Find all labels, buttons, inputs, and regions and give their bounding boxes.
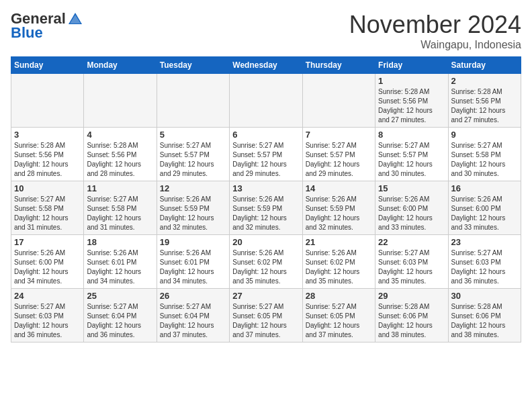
calendar-day-cell: 5Sunrise: 5:27 AM Sunset: 5:57 PM Daylig… — [157, 128, 229, 181]
day-number: 30 — [451, 291, 518, 301]
day-number: 17 — [14, 237, 81, 247]
calendar-week-row: 17Sunrise: 5:26 AM Sunset: 6:00 PM Dayli… — [11, 235, 521, 289]
day-info: Sunrise: 5:28 AM Sunset: 6:06 PM Dayligh… — [378, 302, 445, 340]
calendar-day-cell: 14Sunrise: 5:26 AM Sunset: 5:59 PM Dayli… — [302, 181, 375, 235]
day-info: Sunrise: 5:26 AM Sunset: 5:59 PM Dayligh… — [232, 195, 299, 232]
calendar-day-cell: 29Sunrise: 5:28 AM Sunset: 6:06 PM Dayli… — [375, 289, 448, 342]
day-number: 20 — [232, 237, 299, 247]
day-number: 10 — [14, 183, 81, 193]
calendar-day-cell: 3Sunrise: 5:28 AM Sunset: 5:56 PM Daylig… — [11, 128, 84, 181]
calendar-day-cell: 22Sunrise: 5:27 AM Sunset: 6:03 PM Dayli… — [375, 235, 448, 289]
calendar-day-cell: 8Sunrise: 5:27 AM Sunset: 5:57 PM Daylig… — [375, 128, 448, 181]
day-number: 13 — [232, 183, 299, 193]
calendar-day-cell: 2Sunrise: 5:28 AM Sunset: 5:56 PM Daylig… — [448, 74, 521, 128]
day-info: Sunrise: 5:27 AM Sunset: 6:05 PM Dayligh… — [232, 302, 299, 340]
day-number: 12 — [160, 183, 226, 193]
day-of-week-header: Thursday — [302, 57, 375, 74]
day-info: Sunrise: 5:27 AM Sunset: 5:58 PM Dayligh… — [451, 141, 518, 179]
day-info: Sunrise: 5:27 AM Sunset: 5:58 PM Dayligh… — [14, 195, 81, 232]
calendar-day-cell: 21Sunrise: 5:26 AM Sunset: 6:02 PM Dayli… — [302, 235, 375, 289]
calendar-day-cell: 28Sunrise: 5:27 AM Sunset: 6:05 PM Dayli… — [302, 289, 375, 342]
day-of-week-header: Monday — [84, 57, 157, 74]
day-info: Sunrise: 5:27 AM Sunset: 5:57 PM Dayligh… — [160, 141, 226, 179]
calendar-day-cell: 19Sunrise: 5:26 AM Sunset: 6:01 PM Dayli… — [157, 235, 229, 289]
day-info: Sunrise: 5:26 AM Sunset: 6:02 PM Dayligh… — [306, 248, 372, 286]
calendar-day-cell: 13Sunrise: 5:26 AM Sunset: 5:59 PM Dayli… — [230, 181, 302, 235]
day-number: 15 — [378, 183, 445, 193]
calendar-week-row: 3Sunrise: 5:28 AM Sunset: 5:56 PM Daylig… — [11, 128, 521, 181]
calendar-day-cell: 30Sunrise: 5:28 AM Sunset: 6:06 PM Dayli… — [448, 289, 521, 342]
day-number: 24 — [14, 291, 81, 301]
day-number: 2 — [451, 76, 518, 86]
day-number: 22 — [378, 237, 445, 247]
day-number: 5 — [160, 130, 226, 140]
logo-blue-text: Blue — [11, 24, 43, 42]
day-info: Sunrise: 5:26 AM Sunset: 6:01 PM Dayligh… — [160, 248, 226, 286]
day-number: 18 — [87, 237, 153, 247]
svg-marker-1 — [70, 15, 81, 24]
calendar-day-cell: 26Sunrise: 5:27 AM Sunset: 6:04 PM Dayli… — [157, 289, 229, 342]
calendar-day-cell: 11Sunrise: 5:27 AM Sunset: 5:58 PM Dayli… — [84, 181, 157, 235]
calendar-week-row: 24Sunrise: 5:27 AM Sunset: 6:03 PM Dayli… — [11, 289, 521, 342]
calendar-day-cell: 17Sunrise: 5:26 AM Sunset: 6:00 PM Dayli… — [11, 235, 84, 289]
day-number: 3 — [14, 130, 81, 140]
calendar-day-cell: 7Sunrise: 5:27 AM Sunset: 5:57 PM Daylig… — [302, 128, 375, 181]
day-number: 27 — [232, 291, 299, 301]
day-number: 4 — [87, 130, 153, 140]
calendar-day-cell: 4Sunrise: 5:28 AM Sunset: 5:56 PM Daylig… — [84, 128, 157, 181]
calendar-day-cell: 23Sunrise: 5:27 AM Sunset: 6:03 PM Dayli… — [448, 235, 521, 289]
day-info: Sunrise: 5:27 AM Sunset: 6:03 PM Dayligh… — [378, 248, 445, 286]
calendar-day-cell — [230, 74, 302, 128]
day-info: Sunrise: 5:26 AM Sunset: 6:00 PM Dayligh… — [451, 195, 518, 232]
calendar-day-cell: 16Sunrise: 5:26 AM Sunset: 6:00 PM Dayli… — [448, 181, 521, 235]
day-number: 28 — [306, 291, 372, 301]
day-info: Sunrise: 5:26 AM Sunset: 5:59 PM Dayligh… — [160, 195, 226, 232]
calendar-day-cell: 1Sunrise: 5:28 AM Sunset: 5:56 PM Daylig… — [375, 74, 448, 128]
calendar-day-cell: 9Sunrise: 5:27 AM Sunset: 5:58 PM Daylig… — [448, 128, 521, 181]
day-number: 9 — [451, 130, 518, 140]
day-number: 6 — [232, 130, 299, 140]
day-info: Sunrise: 5:28 AM Sunset: 5:56 PM Dayligh… — [14, 141, 81, 179]
calendar-day-cell: 15Sunrise: 5:26 AM Sunset: 6:00 PM Dayli… — [375, 181, 448, 235]
day-info: Sunrise: 5:27 AM Sunset: 6:04 PM Dayligh… — [160, 302, 226, 340]
day-info: Sunrise: 5:28 AM Sunset: 6:06 PM Dayligh… — [451, 302, 518, 340]
day-number: 29 — [378, 291, 445, 301]
calendar-week-row: 10Sunrise: 5:27 AM Sunset: 5:58 PM Dayli… — [11, 181, 521, 235]
day-info: Sunrise: 5:27 AM Sunset: 6:04 PM Dayligh… — [87, 302, 153, 340]
day-info: Sunrise: 5:27 AM Sunset: 6:03 PM Dayligh… — [451, 248, 518, 286]
day-info: Sunrise: 5:26 AM Sunset: 6:02 PM Dayligh… — [232, 248, 299, 286]
day-info: Sunrise: 5:27 AM Sunset: 5:57 PM Dayligh… — [232, 141, 299, 179]
day-number: 14 — [306, 183, 372, 193]
day-number: 23 — [451, 237, 518, 247]
logo: General Blue — [11, 11, 83, 42]
page-header: General Blue November 2024 Waingapu, Ind… — [11, 11, 521, 51]
day-number: 26 — [160, 291, 226, 301]
day-number: 1 — [378, 76, 445, 86]
day-info: Sunrise: 5:26 AM Sunset: 6:00 PM Dayligh… — [378, 195, 445, 232]
day-info: Sunrise: 5:27 AM Sunset: 5:57 PM Dayligh… — [306, 141, 372, 179]
calendar-day-cell: 12Sunrise: 5:26 AM Sunset: 5:59 PM Dayli… — [157, 181, 229, 235]
title-block: November 2024 Waingapu, Indonesia — [349, 11, 521, 51]
day-of-week-header: Wednesday — [230, 57, 302, 74]
calendar-day-cell: 25Sunrise: 5:27 AM Sunset: 6:04 PM Dayli… — [84, 289, 157, 342]
day-of-week-header: Friday — [375, 57, 448, 74]
calendar-header-row: SundayMondayTuesdayWednesdayThursdayFrid… — [11, 57, 521, 74]
calendar-day-cell: 18Sunrise: 5:26 AM Sunset: 6:01 PM Dayli… — [84, 235, 157, 289]
day-info: Sunrise: 5:28 AM Sunset: 5:56 PM Dayligh… — [378, 87, 445, 125]
day-number: 11 — [87, 183, 153, 193]
calendar-day-cell: 20Sunrise: 5:26 AM Sunset: 6:02 PM Dayli… — [230, 235, 302, 289]
day-info: Sunrise: 5:27 AM Sunset: 6:03 PM Dayligh… — [14, 302, 81, 340]
calendar-day-cell — [302, 74, 375, 128]
calendar-day-cell — [157, 74, 229, 128]
day-number: 19 — [160, 237, 226, 247]
day-number: 8 — [378, 130, 445, 140]
day-number: 25 — [87, 291, 153, 301]
day-info: Sunrise: 5:28 AM Sunset: 5:56 PM Dayligh… — [451, 87, 518, 125]
day-number: 7 — [306, 130, 372, 140]
month-title: November 2024 — [349, 11, 521, 39]
day-info: Sunrise: 5:27 AM Sunset: 6:05 PM Dayligh… — [306, 302, 372, 340]
day-info: Sunrise: 5:27 AM Sunset: 5:58 PM Dayligh… — [87, 195, 153, 232]
calendar-day-cell: 27Sunrise: 5:27 AM Sunset: 6:05 PM Dayli… — [230, 289, 302, 342]
day-of-week-header: Sunday — [11, 57, 84, 74]
day-of-week-header: Saturday — [448, 57, 521, 74]
